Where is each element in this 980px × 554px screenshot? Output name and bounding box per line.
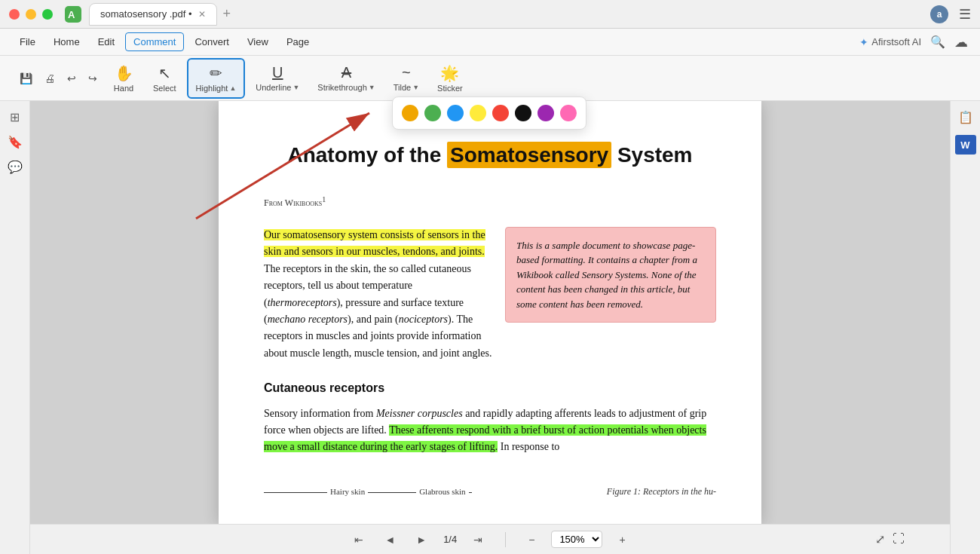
- meissner-italic: Meissner corpuscles: [376, 408, 463, 419]
- superscript-1: 1: [322, 195, 326, 204]
- menu-comment[interactable]: Comment: [125, 32, 184, 51]
- figure-diagram: Hairy skin Glabrous skin: [264, 479, 592, 499]
- hairy-skin-label: Hairy skin: [330, 485, 365, 499]
- underline-dropdown-icon: ▼: [292, 84, 299, 91]
- zoom-select[interactable]: 150% 100% 125% 200%: [551, 531, 602, 548]
- section-text-3: In response to: [498, 441, 559, 452]
- sticker-icon: 🌟: [440, 64, 459, 82]
- strikethrough-label: Strikethrough: [317, 83, 366, 92]
- section-text-1: Sensory information from: [264, 408, 376, 419]
- color-blue[interactable]: [447, 105, 464, 121]
- bottom-right-actions: ⤢ ⛶: [875, 532, 905, 546]
- zoom-out-button[interactable]: −: [524, 531, 539, 549]
- tilde-tool[interactable]: ~ Tilde ▼: [386, 60, 427, 96]
- select-tool[interactable]: ↖ Select: [145, 60, 184, 97]
- from-wikibooks-label: From Wikibooks: [264, 197, 322, 208]
- go-prev-page-button[interactable]: ◄: [380, 531, 400, 549]
- go-first-page-button[interactable]: ⇤: [350, 531, 368, 549]
- strikethrough-dropdown-icon: ▼: [369, 84, 375, 91]
- menubar: File Home Edit Comment Convert View Page…: [0, 29, 980, 56]
- strikethrough-tool[interactable]: A Strikethrough ▼: [310, 60, 382, 96]
- title-after: System: [617, 143, 693, 167]
- pdf-title: Anatomy of the Somatosensory System: [264, 139, 716, 173]
- highlight-label: Highlight: [196, 84, 228, 93]
- color-purple[interactable]: [537, 105, 554, 121]
- color-red[interactable]: [492, 105, 509, 121]
- color-black[interactable]: [515, 105, 531, 121]
- full-screen-icon[interactable]: ⛶: [893, 532, 905, 546]
- divider: [505, 532, 506, 547]
- undo-button[interactable]: ↩: [63, 69, 81, 87]
- hand-icon: ✋: [115, 64, 133, 82]
- word-icon[interactable]: W: [955, 135, 976, 155]
- notes-icon[interactable]: 📋: [958, 110, 973, 124]
- redo-button[interactable]: ↪: [84, 69, 102, 87]
- close-button[interactable]: [9, 9, 20, 20]
- yellow-highlighted-text: Our somatosensory system consists of sen…: [264, 229, 485, 257]
- ai-label: Afirstsoft AI: [871, 36, 921, 47]
- bookmark-icon[interactable]: 🔖: [8, 135, 23, 149]
- hand-label: Hand: [114, 84, 133, 93]
- right-sidebar: 📋 W: [950, 101, 980, 554]
- menu-view[interactable]: View: [240, 33, 276, 51]
- ai-badge[interactable]: ✦ Afirstsoft AI: [859, 36, 921, 48]
- color-green[interactable]: [424, 105, 441, 121]
- page-info: 1/4: [443, 534, 457, 545]
- menu-right: ✦ Afirstsoft AI 🔍 ☁: [859, 34, 968, 51]
- cloud-icon[interactable]: ☁: [954, 34, 968, 51]
- glabrous-skin-label: Glabrous skin: [419, 485, 465, 499]
- sticker-label: Sticker: [437, 84, 463, 93]
- pdf-page: Anatomy of the Somatosensory System From…: [219, 101, 761, 524]
- go-next-page-button[interactable]: ►: [412, 531, 431, 549]
- new-tab-button[interactable]: +: [223, 6, 231, 22]
- zoom-in-button[interactable]: +: [614, 531, 629, 549]
- underline-label-row: Underline ▼: [256, 83, 299, 92]
- menu-file[interactable]: File: [12, 33, 43, 51]
- highlight-dropdown-icon: ▲: [229, 84, 236, 92]
- section-title-cutaneous: Cutaneous receptors: [264, 378, 716, 398]
- minimize-button[interactable]: [26, 9, 36, 20]
- maximize-button[interactable]: [42, 9, 53, 20]
- go-last-page-button[interactable]: ⇥: [469, 531, 487, 549]
- sticker-tool[interactable]: 🌟 Sticker: [430, 60, 470, 97]
- pdf-tab[interactable]: somatosensory .pdf • ✕: [89, 3, 217, 26]
- body-text-1: The receptors in the skin, the so called…: [264, 263, 492, 359]
- thumbnail-icon[interactable]: ⊞: [10, 110, 20, 124]
- highlight-tool[interactable]: ✏ Highlight ▲: [187, 58, 246, 99]
- traffic-lights: [9, 9, 53, 20]
- underline-tool[interactable]: U Underline ▼: [248, 60, 307, 96]
- figure-area: Hairy skin Glabrous skin Figure 1: Recep…: [264, 479, 716, 499]
- app-icon: A: [65, 6, 81, 23]
- menu-page[interactable]: Page: [279, 33, 317, 51]
- highlight-icon: ✏: [210, 64, 222, 82]
- tab-close-button[interactable]: ✕: [198, 9, 206, 20]
- pink-box-text: This is a sample document to showcase pa…: [516, 240, 697, 310]
- color-orange[interactable]: [402, 105, 418, 121]
- main-content: This is a sample document to showcase pa…: [264, 227, 716, 499]
- menu-icon[interactable]: ☰: [959, 6, 971, 23]
- color-yellow[interactable]: [470, 105, 486, 121]
- color-pink[interactable]: [560, 105, 577, 121]
- search-icon[interactable]: 🔍: [930, 35, 945, 49]
- print-button[interactable]: 🖨: [40, 69, 60, 87]
- title-before: Anatomy of the: [287, 143, 441, 167]
- tilde-label-row: Tilde ▼: [394, 83, 419, 92]
- underline-icon: U: [272, 64, 283, 81]
- tab-label: somatosensory .pdf •: [100, 8, 192, 20]
- bottom-bar: ⇤ ◄ ► 1/4 ⇥ − 150% 100% 125% 200% + ⤢ ⛶: [30, 524, 950, 554]
- figure-caption: Figure 1: Receptors in the hu-: [607, 485, 716, 499]
- hand-tool[interactable]: ✋ Hand: [105, 60, 142, 97]
- menu-home[interactable]: Home: [46, 33, 87, 51]
- color-picker-popup: [392, 96, 586, 130]
- comment-sidebar-icon[interactable]: 💬: [8, 160, 23, 174]
- menu-convert[interactable]: Convert: [187, 33, 237, 51]
- save-button[interactable]: 💾: [15, 69, 37, 87]
- menu-edit[interactable]: Edit: [90, 33, 122, 51]
- pink-info-box: This is a sample document to showcase pa…: [505, 227, 716, 323]
- zoom-control: 150% 100% 125% 200%: [551, 531, 602, 548]
- section-paragraph: Sensory information from Meissner corpus…: [264, 406, 716, 456]
- svg-text:A: A: [68, 9, 75, 20]
- fit-width-icon[interactable]: ⤢: [875, 532, 885, 546]
- titlebar: A somatosensory .pdf • ✕ + a ☰: [0, 0, 980, 29]
- skin-type-labels: Hairy skin Glabrous skin: [264, 485, 592, 499]
